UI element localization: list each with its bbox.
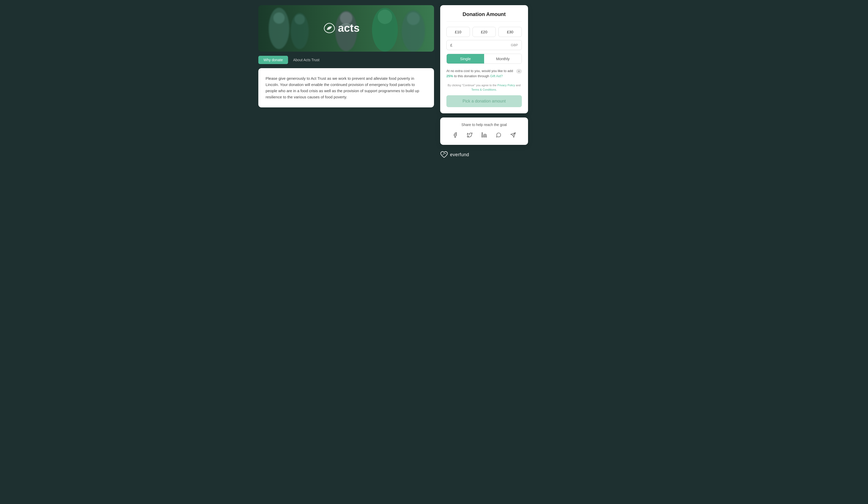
terms-link[interactable]: Terms & Conditions. (472, 88, 497, 91)
content-description: Please give generously to Act Trust as w… (258, 68, 434, 107)
privacy-text: By clicking "Continue" you agree to the … (446, 83, 522, 92)
amount-btn-10[interactable]: £10 (446, 27, 470, 37)
donation-card: Donation Amount £10 £20 £30 £ GBP Single… (440, 5, 528, 113)
telegram-share-btn[interactable] (508, 130, 518, 140)
left-column: acts Why donate About Acts Trust Please … (258, 5, 434, 107)
tabs-container: Why donate About Acts Trust (258, 56, 434, 64)
svg-point-4 (294, 14, 305, 24)
linkedin-icon (481, 132, 487, 138)
twitter-share-btn[interactable] (465, 130, 474, 140)
facebook-icon (452, 132, 458, 138)
svg-point-6 (378, 10, 392, 24)
donation-title: Donation Amount (446, 11, 522, 22)
toggle-x-icon: × (518, 70, 520, 73)
amount-buttons-row: £10 £20 £30 (446, 27, 522, 37)
tab-why-donate[interactable]: Why donate (258, 56, 288, 64)
right-column: Donation Amount £10 £20 £30 £ GBP Single… (440, 5, 528, 160)
privacy-policy-link[interactable]: Privacy Policy (497, 84, 515, 87)
gift-aid-row: At no extra cost to you, would you like … (446, 69, 522, 78)
twitter-icon (467, 132, 473, 138)
currency-symbol: £ (450, 43, 452, 47)
everfund-logo: everfund (440, 151, 469, 158)
share-icons-row (446, 130, 522, 140)
whatsapp-icon (496, 132, 502, 138)
share-title: Share to help reach the goal (446, 123, 522, 127)
everfund-text: everfund (450, 152, 469, 158)
custom-amount-wrapper: £ GBP (446, 40, 522, 50)
svg-point-8 (407, 12, 420, 25)
everfund-branding: everfund (440, 149, 528, 160)
telegram-icon (510, 132, 516, 138)
gift-aid-section: At no extra cost to you, would you like … (446, 69, 522, 78)
frequency-toggle: Single Monthly (446, 54, 522, 64)
custom-amount-input[interactable] (454, 43, 511, 47)
freq-monthly-btn[interactable]: Monthly (484, 54, 521, 63)
svg-point-2 (273, 12, 285, 24)
gift-aid-text: At no extra cost to you, would you like … (446, 69, 514, 78)
whatsapp-share-btn[interactable] (494, 130, 503, 140)
share-card: Share to help reach the goal (440, 117, 528, 145)
hero-image: acts (258, 5, 434, 52)
amount-btn-20[interactable]: £20 (473, 27, 496, 37)
svg-rect-13 (482, 134, 483, 137)
tab-about-acts[interactable]: About Acts Trust (288, 56, 325, 64)
gift-aid-toggle[interactable]: × (516, 69, 522, 74)
svg-text:acts: acts (338, 22, 360, 34)
everfund-logo-icon (440, 151, 448, 158)
gift-aid-link[interactable]: Gift Aid? (490, 74, 503, 78)
currency-label: GBP (511, 43, 518, 47)
facebook-share-btn[interactable] (451, 130, 460, 140)
amount-btn-30[interactable]: £30 (498, 27, 522, 37)
freq-single-btn[interactable]: Single (447, 54, 484, 63)
svg-point-14 (482, 133, 483, 134)
cta-button[interactable]: Pick a donation amount (446, 95, 522, 107)
linkedin-share-btn[interactable] (479, 130, 489, 140)
